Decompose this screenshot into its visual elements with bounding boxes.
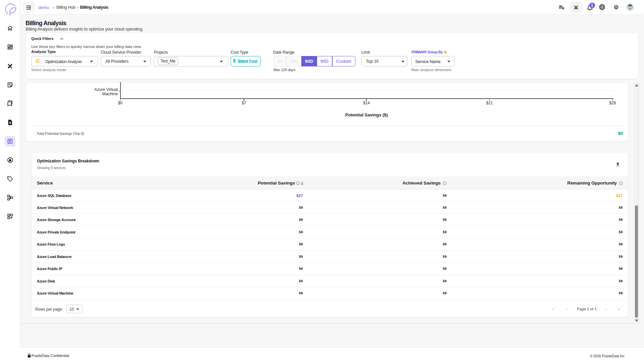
svg-text:$: $: [9, 121, 11, 124]
